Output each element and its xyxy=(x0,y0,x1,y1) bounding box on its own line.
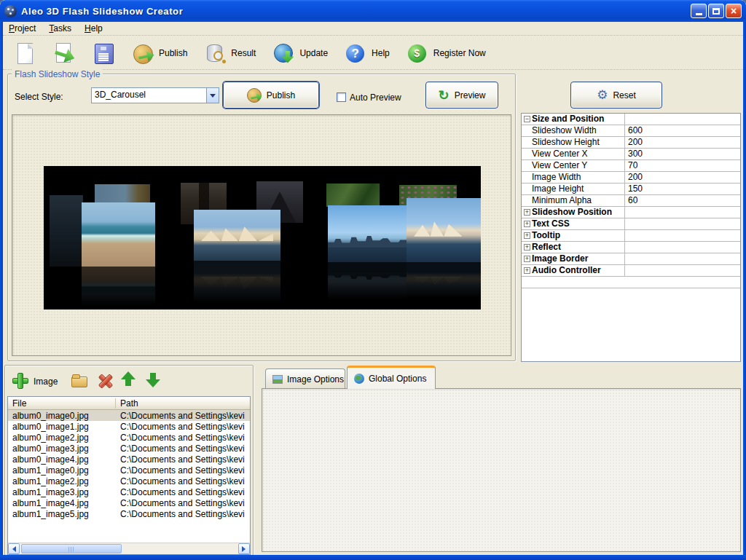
file-list-header: File Path xyxy=(8,397,250,410)
image-icon xyxy=(272,375,283,384)
collapse-icon[interactable]: − xyxy=(524,116,530,122)
property-value[interactable]: 200 xyxy=(624,137,740,148)
style-select[interactable]: 3D_Carousel xyxy=(91,87,219,103)
expand-icon[interactable]: + xyxy=(524,267,530,274)
toolbar-button-label: Help xyxy=(372,48,390,58)
property-value[interactable]: 150 xyxy=(624,184,740,194)
tab-image-options[interactable]: Image Options xyxy=(265,368,345,389)
property-group-row[interactable]: +Image Border xyxy=(522,253,740,265)
property-row[interactable]: Image Height150 xyxy=(522,184,740,195)
property-group-row[interactable]: −Size and Position xyxy=(522,114,740,125)
toolbar-button-new-document-icon[interactable] xyxy=(10,39,39,68)
column-header-path[interactable]: Path xyxy=(116,398,250,409)
chevron-down-icon[interactable] xyxy=(206,88,219,103)
property-row[interactable]: View Center X300 xyxy=(522,149,740,160)
property-group-row[interactable]: +Audio Controller xyxy=(522,265,740,277)
property-value[interactable]: 300 xyxy=(624,149,740,159)
tab-global-options[interactable]: Global Options xyxy=(347,366,436,389)
carousel-photo xyxy=(50,195,83,267)
property-group-name: Size and Position xyxy=(532,114,624,125)
window-title: Aleo 3D Flash Slideshow Creator xyxy=(21,6,183,17)
publish-button[interactable]: Publish xyxy=(223,82,319,109)
file-path-cell: C:\Documents and Settings\kevi xyxy=(116,465,250,476)
file-list-row[interactable]: album0_image3.jpgC:\Documents and Settin… xyxy=(8,443,250,454)
menu-item-tasks[interactable]: Tasks xyxy=(49,23,71,33)
main-toolbar: PublishResultUpdateHelpRegister Now xyxy=(3,36,743,70)
property-group-row[interactable]: +Reflect xyxy=(522,242,740,253)
property-group-row[interactable]: +Text CSS xyxy=(522,218,740,230)
toolbar-button-save-project-icon[interactable] xyxy=(89,39,118,68)
preview-button[interactable]: ↻ Preview xyxy=(425,82,498,109)
toolbar-button-update[interactable]: Update xyxy=(269,39,331,68)
file-list-row[interactable]: album0_image4.jpgC:\Documents and Settin… xyxy=(8,454,250,465)
toolbar-button-publish[interactable]: Publish xyxy=(128,39,190,68)
file-list-row[interactable]: album1_image4.jpgC:\Documents and Settin… xyxy=(8,497,250,508)
file-list-row[interactable]: album0_image2.jpgC:\Documents and Settin… xyxy=(8,432,250,443)
global-options-panel xyxy=(262,388,741,552)
title-bar[interactable]: Aleo 3D Flash Slideshow Creator × xyxy=(0,0,746,22)
expand-icon[interactable]: + xyxy=(524,244,530,251)
property-group-name: Text CSS xyxy=(532,218,624,229)
property-row[interactable]: Slideshow Width600 xyxy=(522,125,740,137)
minimize-button[interactable] xyxy=(691,4,707,18)
property-group-row[interactable]: +Slideshow Position xyxy=(522,207,740,218)
move-up-icon[interactable] xyxy=(121,371,136,387)
property-row[interactable]: View Center Y70 xyxy=(522,160,740,172)
property-name: View Center X xyxy=(532,149,624,159)
toolbar-button-register-now[interactable]: Register Now xyxy=(403,39,489,68)
help-icon xyxy=(344,42,367,65)
file-list-row[interactable]: album1_image3.jpgC:\Documents and Settin… xyxy=(8,486,250,497)
expand-icon[interactable]: + xyxy=(524,209,530,216)
maximize-button[interactable] xyxy=(708,4,724,18)
property-row[interactable]: Minimum Alpha60 xyxy=(522,195,740,207)
file-name-cell: album0_image0.jpg xyxy=(8,411,116,421)
scrollbar-thumb[interactable] xyxy=(21,544,122,553)
toolbar-button-label: Update xyxy=(299,48,328,58)
property-group-name: Reflect xyxy=(532,242,624,253)
carousel-photo xyxy=(82,202,155,267)
carousel-photo-reflection xyxy=(407,262,481,299)
publish-icon xyxy=(131,42,154,65)
property-group-value xyxy=(624,265,740,276)
property-group-row[interactable]: +Tooltip xyxy=(522,230,740,242)
property-row[interactable]: Slideshow Height200 xyxy=(522,137,740,149)
delete-image-icon[interactable] xyxy=(98,373,112,387)
move-down-icon[interactable] xyxy=(146,371,160,387)
expand-icon[interactable]: + xyxy=(524,221,530,227)
menu-item-help[interactable]: Help xyxy=(85,23,103,33)
scroll-left-icon[interactable] xyxy=(8,543,20,554)
toolbar-button-help[interactable]: Help xyxy=(341,39,393,68)
expand-icon[interactable]: + xyxy=(524,232,530,239)
auto-preview-checkbox[interactable] xyxy=(337,92,346,102)
expand-icon[interactable]: + xyxy=(524,256,530,262)
property-row[interactable]: Image Width200 xyxy=(522,172,740,184)
property-name: View Center Y xyxy=(532,160,624,171)
menu-item-project[interactable]: Project xyxy=(9,23,36,33)
window-controls: × xyxy=(691,4,742,18)
auto-preview-label: Auto Preview xyxy=(350,92,401,103)
file-list-row[interactable]: album1_image2.jpgC:\Documents and Settin… xyxy=(8,476,250,486)
scroll-right-icon[interactable] xyxy=(238,543,250,554)
register-icon xyxy=(406,42,429,65)
toolbar-button-open-project-icon[interactable] xyxy=(50,39,79,68)
property-value[interactable]: 60 xyxy=(624,195,740,206)
column-header-file[interactable]: File xyxy=(8,398,116,409)
property-value[interactable]: 200 xyxy=(624,172,740,183)
add-image-icon[interactable] xyxy=(12,372,28,388)
file-list-row[interactable]: album0_image1.jpgC:\Documents and Settin… xyxy=(8,421,250,432)
file-path-cell: C:\Documents and Settings\kevi xyxy=(116,454,250,465)
toolbar-button-result[interactable]: Result xyxy=(200,39,259,68)
close-button[interactable]: × xyxy=(726,4,742,18)
horizontal-scrollbar[interactable] xyxy=(8,543,250,554)
file-list-row[interactable]: album1_image5.jpgC:\Documents and Settin… xyxy=(8,508,250,519)
property-value[interactable]: 70 xyxy=(624,160,740,171)
property-empty-row xyxy=(522,277,740,288)
file-list-row[interactable]: album0_image0.jpgC:\Documents and Settin… xyxy=(8,410,250,421)
new-document-icon xyxy=(13,42,36,65)
file-path-cell: C:\Documents and Settings\kevi xyxy=(116,411,250,421)
property-value[interactable]: 600 xyxy=(624,125,740,136)
file-list-row[interactable]: album1_image0.jpgC:\Documents and Settin… xyxy=(8,465,250,476)
add-folder-icon[interactable] xyxy=(71,374,87,387)
file-name-cell: album1_image3.jpg xyxy=(8,487,116,497)
reset-button[interactable]: ⚙ Reset xyxy=(570,82,662,109)
